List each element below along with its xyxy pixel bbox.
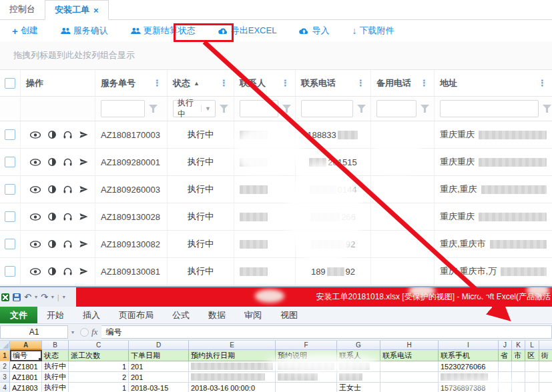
table-row[interactable]: AZ1809260003 执行中 0144 重庆,重庆 — [0, 176, 552, 203]
sheet-cell[interactable]: 2 — [69, 372, 129, 383]
sheet-cell[interactable] — [512, 383, 525, 392]
sheet-cell[interactable] — [380, 372, 439, 383]
sheet-cell[interactable] — [380, 361, 439, 372]
filter-icon[interactable] — [543, 105, 551, 113]
headset-icon[interactable] — [63, 185, 72, 193]
column-letter[interactable]: H — [380, 341, 439, 350]
worksheet[interactable]: A B C D E F G H I J K L 1 编号 状态 派工次数 下单日… — [0, 341, 552, 392]
row-number[interactable]: 3 — [0, 372, 10, 383]
view-eye-icon[interactable] — [30, 213, 41, 221]
view-eye-icon[interactable] — [30, 186, 41, 193]
redo-icon[interactable]: ↷ — [41, 293, 48, 301]
headset-icon[interactable] — [63, 131, 72, 139]
sheet-cell[interactable] — [337, 361, 380, 372]
tab-install-orders[interactable]: 安装工单 × — [45, 0, 109, 20]
undo-icon[interactable]: ↶ — [24, 293, 31, 301]
row-checkbox[interactable] — [5, 239, 15, 249]
import-button[interactable]: 导入 — [299, 25, 329, 37]
sheet-cell[interactable]: AZ1801 — [10, 372, 42, 383]
order-no-filter-input[interactable] — [101, 100, 145, 117]
column-menu-icon[interactable]: ⋮ — [220, 79, 228, 87]
contrast-icon[interactable] — [48, 213, 56, 221]
column-menu-icon[interactable]: ⋮ — [281, 79, 290, 87]
sheet-cell[interactable]: 联系人 — [337, 350, 380, 361]
sheet-cell[interactable] — [380, 383, 439, 392]
table-row[interactable]: AZ1809130081 执行中 18992 重庆,重庆市,万 — [0, 258, 552, 285]
view-eye-icon[interactable] — [30, 268, 41, 275]
ribbon-tab-view[interactable]: 视图 — [271, 307, 307, 323]
close-icon[interactable]: × — [93, 5, 99, 15]
headset-icon[interactable] — [63, 158, 72, 166]
sheet-cell[interactable]: 2018-03-16 00:00:0 — [189, 383, 276, 392]
contrast-icon[interactable] — [48, 240, 56, 248]
sheet-cell[interactable] — [499, 372, 512, 383]
sheet-cell[interactable]: 街 — [539, 350, 552, 361]
column-letter[interactable]: I — [439, 341, 499, 350]
sheet-cell[interactable] — [189, 372, 276, 383]
column-letter[interactable]: F — [276, 341, 337, 350]
create-button[interactable]: + 创建 — [12, 25, 38, 37]
sheet-cell[interactable] — [499, 361, 512, 372]
sheet-cell[interactable]: 预约说明 — [276, 350, 337, 361]
ribbon-tab-formulas[interactable]: 公式 — [163, 307, 199, 323]
column-header-backup-phone[interactable]: 备用电话⋮ — [370, 70, 434, 96]
sheet-cell[interactable]: 15230276066 — [439, 361, 499, 372]
sheet-cell[interactable] — [512, 372, 525, 383]
column-letter[interactable]: G — [337, 341, 380, 350]
status-filter-select[interactable]: 执行中▼ — [173, 100, 216, 117]
column-header-address[interactable]: 地址⋮ — [434, 70, 552, 96]
column-letter[interactable]: J — [499, 341, 512, 350]
select-all-checkbox[interactable] — [5, 78, 15, 89]
backup-phone-filter-input[interactable] — [376, 100, 417, 117]
column-letter[interactable]: A — [10, 341, 42, 350]
table-row[interactable]: AZ1809280001 执行中 281515 重庆重庆 — [0, 149, 552, 176]
sheet-cell[interactable] — [189, 361, 276, 372]
sheet-cell[interactable] — [276, 372, 337, 383]
sheet-cell[interactable]: 联系电话 — [380, 350, 439, 361]
column-letter[interactable]: E — [189, 341, 276, 350]
column-letter[interactable]: B — [42, 341, 69, 350]
sheet-cell[interactable]: 201 — [129, 372, 189, 383]
filter-icon[interactable] — [149, 105, 158, 113]
send-icon[interactable] — [79, 185, 88, 193]
row-checkbox[interactable] — [5, 129, 15, 140]
headset-icon[interactable] — [63, 267, 72, 275]
sheet-cell[interactable]: 1 — [69, 361, 129, 372]
column-letter[interactable]: D — [129, 341, 189, 350]
chevron-down-icon[interactable]: ▾ — [35, 294, 37, 300]
tab-console[interactable]: 控制台 — [0, 0, 45, 19]
sheet-cell[interactable]: AZ1803 — [10, 383, 42, 392]
column-header-order-no[interactable]: 服务单号⋮ — [95, 70, 167, 96]
sheet-cell[interactable] — [539, 361, 552, 372]
group-by-bar[interactable]: 拖拽列标题到此处按列组合显示 — [0, 41, 552, 70]
view-eye-icon[interactable] — [30, 159, 41, 166]
chevron-down-icon[interactable]: ▾ — [51, 294, 54, 300]
ribbon-tab-file[interactable]: 文件 — [0, 307, 37, 323]
sheet-cell[interactable]: 省 — [499, 350, 512, 361]
sheet-cell[interactable]: 预约执行日期 — [189, 350, 276, 361]
table-row[interactable]: AZ1808170003 执行中 188833 重庆重庆 — [0, 121, 552, 149]
row-checkbox[interactable] — [5, 157, 15, 167]
sheet-cell[interactable]: 执行中 — [42, 372, 69, 383]
contact-filter-input[interactable] — [240, 100, 278, 117]
sheet-cell[interactable] — [337, 372, 380, 383]
sheet-cell[interactable]: 下单日期 — [129, 350, 189, 361]
sheet-cell[interactable]: 2018-03-15 — [129, 383, 189, 392]
row-number[interactable]: 4 — [0, 383, 10, 392]
contrast-icon[interactable] — [48, 185, 56, 193]
send-icon[interactable] — [79, 158, 88, 166]
column-menu-icon[interactable]: ⋮ — [356, 79, 365, 87]
column-header-ops[interactable]: 操作 — [20, 70, 95, 96]
table-row[interactable]: AZ1809130028 执行中 266 重庆重庆 — [0, 203, 552, 231]
sheet-cell[interactable]: 15736897388 — [439, 383, 499, 392]
sheet-cell[interactable] — [276, 361, 337, 372]
ribbon-tab-review[interactable]: 审阅 — [235, 307, 271, 323]
update-settlement-button[interactable]: 更新结算状态 — [131, 25, 196, 37]
column-letter[interactable]: L — [525, 341, 539, 350]
sheet-cell[interactable]: 状态 — [42, 350, 69, 361]
row-number[interactable]: 2 — [0, 361, 10, 372]
excel-title-bar[interactable]: ↶▾ ↷▾ |▾ 安装工单20181018.xlsx [受保护的视图] - Mi… — [0, 287, 552, 307]
view-eye-icon[interactable] — [30, 241, 41, 248]
cell-a1-selected[interactable]: 编号 — [10, 350, 42, 361]
service-confirm-button[interactable]: 服务确认 — [61, 25, 108, 37]
